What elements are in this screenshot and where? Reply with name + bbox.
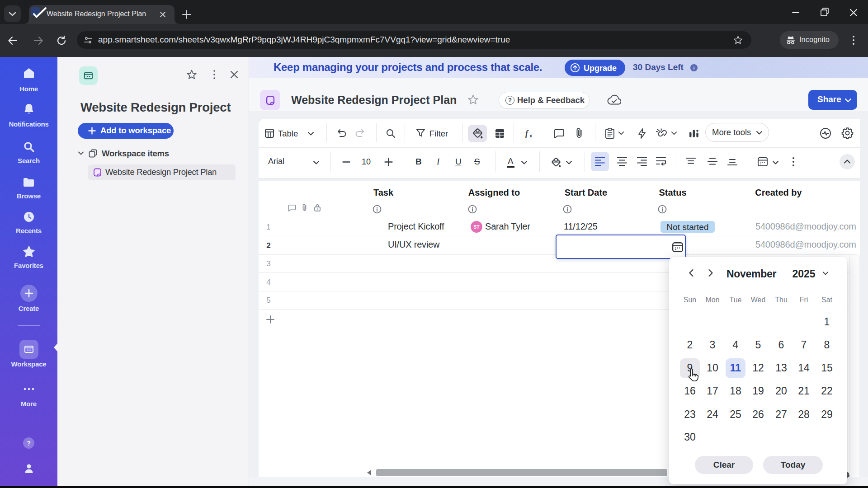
svg-text:x: x [529, 133, 533, 138]
svg-text:f: f [525, 129, 529, 138]
